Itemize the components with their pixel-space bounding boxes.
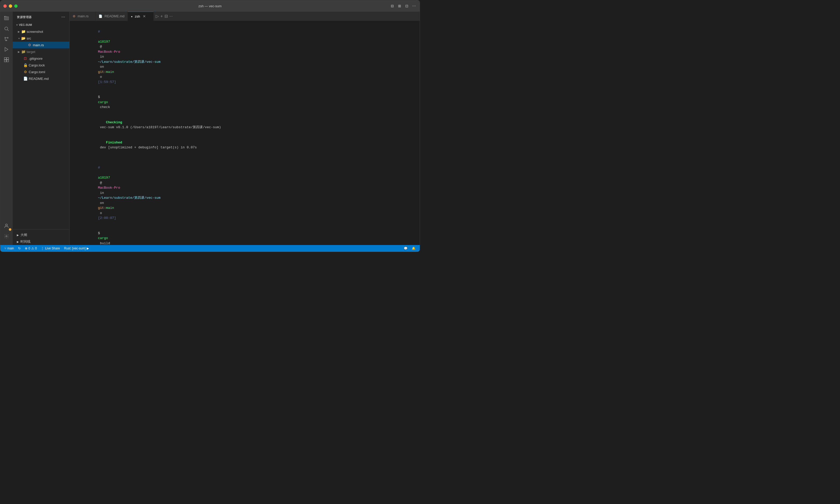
target-arrow: ▶ bbox=[17, 50, 21, 53]
split-icon[interactable]: ⊞ bbox=[397, 3, 402, 8]
output-1-1: Checking vec-sum v0.1.0 (/Users/a18197/L… bbox=[74, 115, 416, 135]
tab-main-rs[interactable]: ⚙ main.rs bbox=[70, 12, 95, 21]
target-folder-icon: 📁 bbox=[21, 50, 25, 54]
cargo-lock-icon: 🔒 bbox=[23, 63, 28, 67]
run-panel-icon[interactable]: ▷ bbox=[156, 14, 159, 19]
status-branch[interactable]: ⑂ main bbox=[2, 245, 16, 252]
prompt-line-1: # a18197 @ MacBook-Pro in ~/Learn/substr… bbox=[74, 24, 416, 90]
branch-label: main bbox=[7, 247, 14, 250]
terminal-content[interactable]: # a18197 @ MacBook-Pro in ~/Learn/substr… bbox=[70, 21, 420, 245]
sidebar-item-main-rs[interactable]: ⚙ main.rs bbox=[13, 42, 69, 48]
close-button[interactable] bbox=[3, 4, 7, 8]
layout-icon[interactable]: ⊟ bbox=[390, 3, 395, 8]
status-right: 💬 🔔 bbox=[402, 247, 418, 250]
status-comments[interactable]: 💬 bbox=[402, 247, 410, 250]
add-panel-icon[interactable]: + bbox=[160, 14, 163, 19]
output-1-2: Finished dev [unoptimized + debuginfo] t… bbox=[74, 135, 416, 155]
activity-bar-explorer[interactable] bbox=[2, 14, 11, 23]
more-panel-icon[interactable]: ··· bbox=[170, 14, 173, 19]
bell-icon: 🔔 bbox=[412, 247, 416, 250]
svg-point-12 bbox=[5, 224, 7, 226]
divider bbox=[13, 229, 69, 230]
status-notifications[interactable]: 🔔 bbox=[410, 247, 418, 250]
sidebar-item-src[interactable]: ▾ 📂 src bbox=[13, 35, 69, 42]
sidebar: 资源管理器 ··· ▾ VEC-SUM ▶ 📁 screenshot ▾ 📂 s… bbox=[13, 12, 70, 245]
tab-readme-md[interactable]: 📄 README.md bbox=[95, 12, 128, 21]
activity-bar-search[interactable] bbox=[2, 24, 11, 33]
search-icon bbox=[4, 26, 9, 31]
sidebar-actions[interactable]: ··· bbox=[61, 15, 65, 19]
sidebar-item-screenshot[interactable]: ▶ 📁 screenshot bbox=[13, 28, 69, 35]
sidebar-item-gitignore[interactable]: ⊡ .gitignore bbox=[13, 55, 69, 62]
outline-panel[interactable]: ▶ 大纲 bbox=[13, 232, 69, 238]
tab-main-rs-icon: ⚙ bbox=[73, 15, 75, 18]
settings-button[interactable] bbox=[2, 232, 11, 241]
src-label: src bbox=[27, 36, 67, 40]
timeline-panel[interactable]: ▶ 时间线 bbox=[13, 238, 69, 245]
branch-icon: ⑂ bbox=[4, 247, 6, 250]
sidebar-item-target[interactable]: ▶ 📁 target bbox=[13, 48, 69, 55]
warning-count: 0 bbox=[35, 247, 37, 250]
title-bar-right: ⊟ ⊞ ⊡ ⋯ bbox=[390, 3, 417, 8]
rust-run-icon: ▶ bbox=[87, 247, 89, 250]
tab-zsh-close[interactable]: ✕ bbox=[142, 14, 146, 18]
warning-icon: ⚠ bbox=[31, 247, 34, 250]
gitignore-icon: ⊡ bbox=[23, 56, 28, 60]
outline-arrow: ▶ bbox=[17, 234, 19, 236]
vscode-window: zsh — vec-sum ⊟ ⊞ ⊡ ⋯ bbox=[0, 0, 420, 252]
timeline-arrow: ▶ bbox=[17, 240, 19, 243]
svg-point-4 bbox=[5, 37, 5, 38]
liveshare-label: Live Share bbox=[45, 247, 60, 250]
terminal-block-2: # a18197 @ MacBook-Pro in ~/Learn/substr… bbox=[74, 160, 416, 245]
sidebar-header: 资源管理器 ··· bbox=[13, 12, 69, 21]
liveshare-icon: ⋮ bbox=[41, 247, 44, 250]
sidebar-item-cargo-toml[interactable]: ⚙ Cargo.toml bbox=[13, 69, 69, 75]
title-bar: zsh — vec-sum ⊟ ⊞ ⊡ ⋯ bbox=[0, 0, 420, 12]
tab-bar: ⚙ main.rs 📄 README.md ⬥ zsh ✕ ▷ + ⊟ ··· bbox=[70, 12, 420, 21]
tab-zsh-icon: ⬥ bbox=[131, 15, 133, 18]
tab-main-rs-label: main.rs bbox=[77, 14, 89, 18]
activity-bar-run[interactable] bbox=[2, 45, 11, 54]
comments-icon: 💬 bbox=[404, 247, 407, 250]
extensions-icon bbox=[4, 57, 9, 62]
svg-rect-9 bbox=[7, 58, 9, 60]
svg-point-13 bbox=[6, 236, 7, 237]
activity-bar: 1 bbox=[0, 12, 13, 245]
traffic-lights bbox=[3, 4, 18, 8]
screenshot-folder-icon: 📁 bbox=[21, 30, 25, 34]
activity-bar-bottom: 1 bbox=[2, 221, 11, 243]
more-icon[interactable]: ⋯ bbox=[412, 3, 417, 8]
status-bar: ⑂ main ↻ ⊗ 0 ⚠ 0 ⋮ Live Share Rust: [vec… bbox=[0, 245, 420, 252]
status-sync[interactable]: ↻ bbox=[16, 245, 23, 252]
minimize-button[interactable] bbox=[9, 4, 12, 8]
readme-label: README.md bbox=[29, 77, 67, 80]
tab-bar-actions: ▷ + ⊟ ··· bbox=[156, 14, 173, 19]
account-badge: 1 bbox=[9, 228, 11, 231]
root-label: VEC-SUM bbox=[19, 23, 32, 26]
tab-readme-icon: 📄 bbox=[99, 15, 102, 18]
tab-zsh-label: zsh bbox=[135, 15, 140, 18]
cargo-toml-label: Cargo.toml bbox=[29, 70, 67, 74]
tab-zsh[interactable]: ⬥ zsh ✕ bbox=[128, 12, 154, 21]
status-rust[interactable]: Rust: [vec-sum] ▶ bbox=[62, 245, 91, 252]
status-errors[interactable]: ⊗ 0 ⚠ 0 bbox=[23, 245, 39, 252]
blank-1 bbox=[74, 155, 416, 160]
outline-label: 大纲 bbox=[20, 233, 27, 237]
activity-bar-extensions[interactable] bbox=[2, 55, 11, 64]
svg-rect-11 bbox=[7, 60, 9, 62]
tree-root[interactable]: ▾ VEC-SUM bbox=[13, 21, 69, 28]
account-button[interactable]: 1 bbox=[2, 221, 11, 231]
sync-icon: ↻ bbox=[18, 247, 21, 250]
split-panel-icon[interactable]: ⊟ bbox=[164, 14, 168, 19]
screenshot-label: screenshot bbox=[27, 30, 67, 34]
readme-icon: 📄 bbox=[23, 76, 28, 80]
sidebar-item-cargo-lock[interactable]: 🔒 Cargo.lock bbox=[13, 62, 69, 69]
svg-rect-10 bbox=[4, 60, 6, 62]
maximize-button[interactable] bbox=[14, 4, 18, 8]
layout2-icon[interactable]: ⊡ bbox=[404, 3, 409, 8]
sidebar-item-readme[interactable]: 📄 README.md bbox=[13, 75, 69, 82]
src-folder-icon: 📂 bbox=[21, 36, 25, 40]
status-liveshare[interactable]: ⋮ Live Share bbox=[39, 245, 62, 252]
activity-bar-scm[interactable] bbox=[2, 34, 11, 44]
main-layout: 1 资源管理器 ··· ▾ VEC-SUM bbox=[0, 12, 420, 245]
